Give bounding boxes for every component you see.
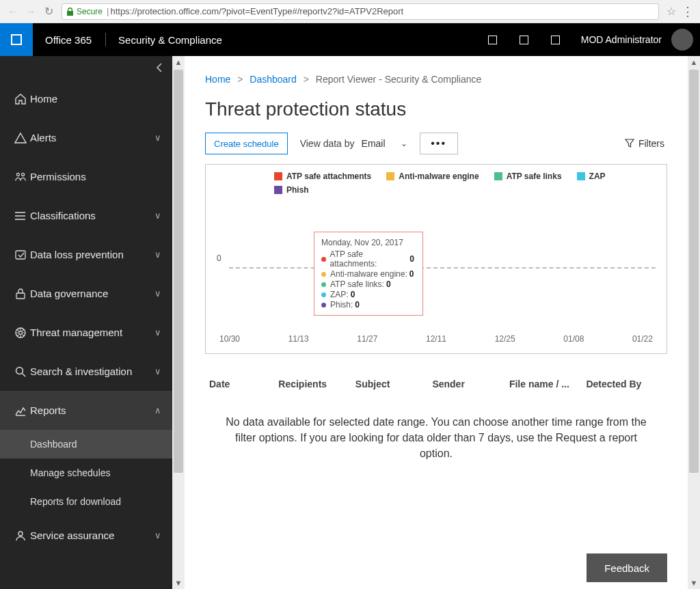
scroll-down-icon[interactable]: ▼ — [688, 577, 700, 589]
sidebar-item-classifications[interactable]: Classifications∨ — [0, 196, 172, 235]
user-avatar[interactable] — [671, 29, 693, 51]
sidebar-item-service-assurance[interactable]: Service assurance∨ — [0, 516, 172, 555]
chart-tooltip: Monday, Nov 20, 2017 ATP safe attachment… — [314, 232, 423, 316]
breadcrumb-home[interactable]: Home — [205, 74, 230, 85]
breadcrumb-dashboard[interactable]: Dashboard — [250, 74, 297, 85]
svg-point-4 — [15, 219, 16, 220]
tooltip-dot — [321, 257, 326, 262]
page: Home > Dashboard > Report Viewer - Secur… — [185, 56, 688, 589]
sidebar-collapse[interactable] — [0, 56, 172, 79]
svg-point-3 — [15, 215, 16, 217]
legend-swatch — [274, 186, 282, 194]
sidebar-item-data-governance[interactable]: Data governance∨ — [0, 274, 172, 313]
svg-point-0 — [16, 173, 19, 176]
legend-item[interactable]: ZAP — [577, 172, 606, 181]
reload-button[interactable]: ↻ — [40, 3, 57, 20]
scrollbar-right[interactable]: ▲ ▼ — [688, 56, 700, 589]
legend-label: ATP safe links — [507, 172, 562, 181]
filters-label: Filters — [638, 138, 664, 149]
sidebar-subitem-dashboard[interactable]: Dashboard — [0, 430, 172, 458]
chevron-down-icon: ⌄ — [401, 139, 407, 148]
sidebar-subitem-manage-schedules[interactable]: Manage schedules — [0, 458, 172, 487]
sidebar-item-label: Data loss prevention — [30, 249, 154, 260]
threat-icon — [11, 327, 30, 339]
tooltip-row: ATP safe links: 0 — [321, 279, 414, 289]
scroll-down-icon[interactable]: ▼ — [172, 577, 185, 589]
tooltip-dot — [321, 303, 326, 307]
scroll-up-icon[interactable]: ▲ — [688, 56, 700, 68]
svg-point-9 — [16, 367, 23, 374]
address-bar[interactable]: Secure | https://protection.office.com/?… — [62, 3, 659, 20]
header-icon-3[interactable] — [540, 23, 571, 56]
column-header[interactable]: File name / ... — [509, 379, 587, 389]
x-tick: 11/27 — [357, 334, 377, 344]
sidebar-item-search-investigation[interactable]: Search & investigation∨ — [0, 352, 172, 391]
x-tick: 12/25 — [495, 334, 515, 344]
filter-icon — [625, 139, 634, 148]
svg-point-1 — [22, 173, 25, 176]
legend-swatch — [494, 172, 502, 180]
header-icon-1[interactable] — [477, 23, 509, 56]
page-title: Threat protection status — [185, 85, 688, 133]
secure-badge: Secure — [66, 7, 103, 16]
sidebar-subitem-reports-for-download[interactable]: Reports for download — [0, 487, 172, 516]
chevron-down-icon: ∨ — [154, 366, 161, 376]
chevron-down-icon: ∨ — [154, 288, 161, 299]
sidebar-item-alerts[interactable]: Alerts∨ — [0, 118, 172, 157]
app-title: Security & Compliance — [107, 34, 233, 46]
sidebar-item-permissions[interactable]: Permissions — [0, 157, 172, 196]
legend-item[interactable]: Anti-malware engine — [386, 172, 479, 181]
svg-point-2 — [15, 212, 16, 213]
forward-button[interactable]: → — [22, 3, 40, 20]
legend-item[interactable]: ATP safe links — [494, 172, 562, 181]
column-header[interactable]: Recipients — [278, 379, 355, 389]
legend-swatch — [274, 172, 282, 180]
svg-point-8 — [19, 331, 23, 334]
tooltip-row: Phish: 0 — [321, 300, 414, 310]
scrollbar-left[interactable]: ▲ ▼ — [172, 56, 185, 589]
sidebar-item-home[interactable]: Home — [0, 79, 172, 118]
tooltip-row: ZAP: 0 — [321, 290, 414, 299]
lock-icon — [11, 288, 30, 300]
sidebar-item-reports[interactable]: Reports∧ — [0, 391, 172, 430]
column-header[interactable]: Sender — [432, 379, 509, 389]
chevron-down-icon: ∨ — [154, 327, 161, 338]
user-name[interactable]: MOD Administrator — [571, 34, 671, 45]
sidebar-item-label: Home — [30, 93, 161, 105]
home-icon — [11, 93, 30, 105]
view-data-by-label: View data by — [300, 138, 355, 149]
sidebar-item-threat-management[interactable]: Threat management∨ — [0, 313, 172, 352]
column-header[interactable]: Subject — [355, 379, 433, 389]
header-icon-2[interactable] — [509, 23, 540, 56]
filters-button[interactable]: Filters — [625, 138, 664, 149]
column-header[interactable]: Detected By — [586, 379, 663, 389]
create-schedule-button[interactable]: Create schedule — [205, 133, 288, 154]
x-tick: 01/22 — [632, 334, 653, 344]
svg-rect-5 — [16, 251, 25, 259]
legend-item[interactable]: Phish — [274, 185, 309, 195]
x-tick: 11/13 — [288, 334, 309, 344]
column-header[interactable]: Date — [209, 379, 278, 389]
sidebar-item-data-loss-prevention[interactable]: Data loss prevention∨ — [0, 235, 172, 274]
content-area: ▲ ▼ ▲ ▼ Home > Dashboard > Report Viewer… — [172, 56, 700, 589]
alert-icon — [11, 132, 30, 144]
legend-item[interactable]: ATP safe attachments — [274, 172, 371, 181]
scroll-up-icon[interactable]: ▲ — [172, 56, 185, 68]
feedback-button[interactable]: Feedback — [587, 553, 667, 582]
bookmark-button[interactable]: ☆ — [663, 5, 679, 18]
browser-menu-button[interactable]: ⋮ — [679, 4, 696, 19]
scroll-thumb[interactable] — [689, 70, 699, 473]
waffle-icon — [11, 34, 22, 45]
lock-icon — [66, 8, 74, 16]
tooltip-date: Monday, Nov 20, 2017 — [321, 238, 414, 247]
square-icon — [520, 36, 528, 44]
legend-label: Anti-malware engine — [399, 172, 479, 181]
app-launcher[interactable] — [0, 23, 33, 56]
view-data-select[interactable]: Email ⌄ — [362, 138, 407, 149]
secure-label: Secure — [77, 7, 103, 16]
scroll-thumb[interactable] — [174, 70, 183, 473]
suite-brand[interactable]: Office 365 — [33, 34, 104, 46]
back-button[interactable]: ← — [4, 3, 22, 20]
more-actions-button[interactable]: ••• — [420, 133, 458, 154]
tooltip-dot — [321, 292, 326, 297]
